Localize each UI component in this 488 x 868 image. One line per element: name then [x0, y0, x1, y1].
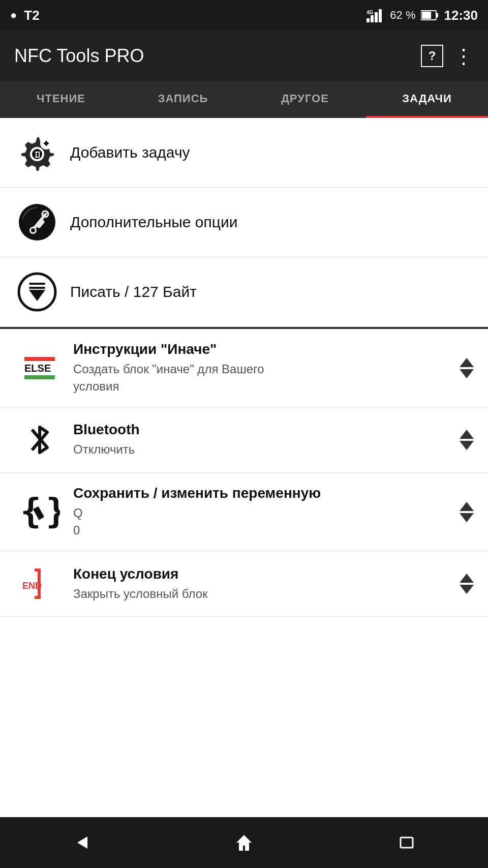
- recent-icon: [396, 832, 417, 853]
- tab-tasks[interactable]: ЗАДАЧИ: [366, 81, 488, 118]
- options-icon: [14, 202, 60, 243]
- else-icon: ELSE: [24, 357, 55, 379]
- add-task-row[interactable]: Добавить задачу: [0, 118, 488, 188]
- tab-reading[interactable]: ЧТЕНИЕ: [0, 81, 122, 118]
- carrier1-icon: ●: [10, 9, 17, 22]
- else-subtitle: Создать блок "иначе" для Вашегоусловия: [73, 361, 460, 395]
- bluetooth-text-area: Bluetooth Отключить: [73, 422, 460, 458]
- end-arrow-up[interactable]: [460, 574, 474, 583]
- recent-button[interactable]: [386, 827, 427, 858]
- variable-arrow-down[interactable]: [460, 513, 474, 522]
- svg-rect-36: [401, 837, 413, 848]
- else-icon-area: ELSE: [14, 357, 65, 379]
- add-task-icon: [14, 132, 60, 173]
- else-text-area: Инструкции "Иначе" Создать блок "иначе" …: [73, 341, 460, 395]
- else-title: Инструкции "Иначе": [73, 341, 460, 357]
- app-header: NFC Tools PRO ? ⋮: [0, 31, 488, 81]
- else-arrow-down[interactable]: [460, 369, 474, 378]
- variable-icon: { }: [19, 492, 60, 532]
- status-right: 4G 62 % 12:30: [367, 8, 478, 23]
- additional-options-label: Дополнительные опции: [70, 214, 237, 231]
- end-arrow-down[interactable]: [460, 585, 474, 594]
- home-button[interactable]: [224, 827, 264, 858]
- else-arrows[interactable]: [460, 358, 474, 378]
- svg-rect-0: [367, 18, 370, 22]
- variable-text-area: Сохранить / изменить переменную Q0: [73, 485, 460, 538]
- svg-rect-16: [45, 141, 47, 146]
- variable-arrows[interactable]: [460, 502, 474, 522]
- bottom-nav: [0, 817, 488, 868]
- battery-icon: [421, 10, 439, 21]
- home-icon: [234, 832, 254, 853]
- svg-rect-23: [29, 283, 45, 285]
- variable-task-row: { } Сохранить / изменить переменную Q0: [0, 473, 488, 551]
- header-actions: ? ⋮: [421, 44, 474, 68]
- add-task-label: Добавить задачу: [70, 144, 190, 161]
- svg-marker-35: [236, 835, 252, 851]
- back-button[interactable]: [61, 827, 102, 858]
- write-icon: [14, 272, 60, 312]
- tab-write[interactable]: ЗАПИСЬ: [122, 81, 244, 118]
- additional-options-row[interactable]: Дополнительные опции: [0, 188, 488, 257]
- svg-marker-22: [29, 290, 45, 301]
- tab-other[interactable]: ДРУГОЕ: [244, 81, 366, 118]
- write-label: Писать / 127 Байт: [70, 283, 197, 301]
- else-arrow-up[interactable]: [460, 358, 474, 367]
- content-spacer: [0, 617, 488, 817]
- bluetooth-title: Bluetooth: [73, 422, 460, 438]
- end-icon-area: END: [14, 563, 65, 604]
- end-icon: END: [19, 563, 60, 604]
- write-row[interactable]: Писать / 127 Байт: [0, 257, 488, 327]
- bluetooth-icon-area: [14, 420, 65, 460]
- bluetooth-subtitle: Отключить: [73, 441, 460, 458]
- svg-rect-13: [39, 152, 40, 158]
- end-subtitle: Закрыть условный блок: [73, 585, 460, 603]
- more-button[interactable]: ⋮: [453, 44, 474, 68]
- battery-label: 62 %: [390, 9, 415, 22]
- status-bar: ● T2 4G 62 % 12:30: [0, 0, 488, 31]
- variable-subtitle: Q0: [73, 504, 460, 538]
- carrier2-label: T2: [24, 8, 39, 23]
- help-button[interactable]: ?: [421, 45, 443, 67]
- variable-icon-area: { }: [14, 492, 65, 532]
- else-bar-red: [24, 357, 55, 361]
- main-content: Добавить задачу Дополнительные опции: [0, 118, 488, 817]
- status-left: ● T2: [10, 8, 40, 23]
- end-text-area: Конец условия Закрыть условный блок: [73, 566, 460, 603]
- end-task-row: END Конец условия Закрыть условный блок: [0, 551, 488, 617]
- time-label: 12:30: [444, 8, 478, 23]
- bluetooth-arrow-up[interactable]: [460, 430, 474, 439]
- svg-text:4G: 4G: [367, 10, 374, 15]
- svg-text:}: }: [46, 492, 60, 531]
- bluetooth-arrow-down[interactable]: [460, 441, 474, 450]
- svg-marker-34: [77, 836, 87, 849]
- svg-point-17: [19, 204, 55, 241]
- else-text: ELSE: [24, 363, 51, 373]
- else-bar-green: [24, 375, 55, 379]
- more-icon: ⋮: [453, 44, 474, 68]
- bluetooth-arrows[interactable]: [460, 430, 474, 450]
- svg-rect-24: [29, 287, 45, 289]
- svg-rect-6: [436, 13, 438, 17]
- end-title: Конец условия: [73, 566, 460, 582]
- app-title: NFC Tools PRO: [14, 45, 144, 67]
- back-icon: [71, 832, 92, 853]
- tabs-bar: ЧТЕНИЕ ЗАПИСЬ ДРУГОЕ ЗАДАЧИ: [0, 81, 488, 118]
- end-arrows[interactable]: [460, 574, 474, 594]
- variable-title: Сохранить / изменить переменную: [73, 485, 460, 501]
- help-icon-box: ?: [421, 45, 443, 67]
- svg-rect-7: [422, 12, 431, 19]
- svg-rect-1: [371, 15, 374, 22]
- bluetooth-icon: [24, 420, 55, 460]
- svg-rect-32: [35, 596, 41, 599]
- help-icon: ?: [429, 49, 436, 63]
- svg-point-20: [31, 228, 35, 232]
- else-task-row: ELSE Инструкции "Иначе" Создать блок "ин…: [0, 329, 488, 407]
- signal-icon: 4G: [367, 8, 385, 22]
- svg-rect-12: [36, 152, 37, 158]
- variable-arrow-up[interactable]: [460, 502, 474, 511]
- bluetooth-task-row: Bluetooth Отключить: [0, 407, 488, 473]
- svg-rect-2: [375, 12, 378, 22]
- svg-text:END: END: [22, 581, 42, 591]
- svg-rect-3: [379, 9, 382, 22]
